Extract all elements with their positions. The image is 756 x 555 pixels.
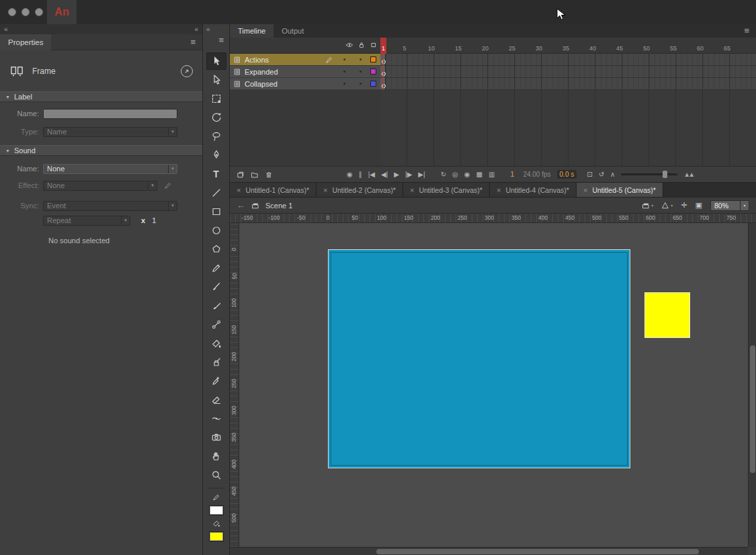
ink-bottle-tool[interactable] (206, 353, 226, 371)
label-name-input[interactable] (43, 109, 177, 119)
layer-lock-dot[interactable]: • (354, 56, 367, 63)
step-back-button[interactable]: ◀| (381, 171, 388, 178)
collapse-button[interactable]: ∧ (610, 171, 615, 178)
collapse-panel-icon[interactable]: « (194, 26, 198, 33)
close-tab-icon[interactable]: × (583, 186, 587, 194)
edit-scene-button[interactable]: ▾ (642, 202, 653, 210)
layer-visibility-dot[interactable]: • (338, 68, 351, 75)
tab-untitled-5[interactable]: × Untitled-5 (Canvas)* (577, 183, 663, 197)
panel-menu-icon[interactable]: ≡ (744, 24, 756, 38)
fill-color-swatch[interactable] (209, 531, 224, 542)
layer-visibility-dot[interactable]: • (338, 80, 351, 87)
center-stage-button[interactable]: ✛ (681, 201, 687, 210)
sound-repeat-dropdown[interactable]: Repeat ▼ (43, 216, 130, 226)
snap-button[interactable]: ⊡ (587, 171, 592, 178)
layer-lock-dot[interactable]: • (354, 68, 367, 75)
label-type-dropdown[interactable]: Name ▼ (43, 127, 177, 137)
lock-icon[interactable] (358, 41, 366, 49)
subselection-tool[interactable] (206, 71, 226, 89)
onion-skin-outlines-button[interactable]: ◉ (464, 171, 470, 178)
layer-row-expanded[interactable]: Expanded • • (230, 66, 380, 78)
timeline-zoom-slider[interactable] (621, 173, 677, 175)
new-layer-button[interactable] (237, 171, 245, 179)
playhead-marker[interactable]: 1 (380, 38, 386, 54)
sound-name-dropdown[interactable]: None ▼ (43, 164, 177, 174)
layer-row-actions[interactable]: Actions • • (230, 54, 380, 66)
show-hide-eye-icon[interactable] (345, 41, 353, 49)
selection-tool[interactable] (206, 52, 226, 70)
slider-thumb[interactable] (663, 171, 667, 178)
collapse-panel-icon[interactable]: « (206, 26, 210, 33)
swap-symbol-button[interactable]: ➔ (181, 65, 193, 77)
vertical-scrollbar[interactable] (748, 223, 756, 547)
reset-timer-button[interactable]: ↺ (599, 171, 604, 178)
label-section-header[interactable]: ▼ Label (0, 91, 202, 102)
frame-grid[interactable] (380, 54, 756, 166)
tab-untitled-1[interactable]: × Untitled-1 (Canvas)* (230, 183, 317, 197)
close-tab-icon[interactable]: × (410, 186, 414, 194)
close-tab-icon[interactable]: × (237, 186, 241, 194)
sound-effect-dropdown[interactable]: None ▼ (43, 181, 157, 191)
edit-multiple-frames-button[interactable]: ▩ (476, 171, 482, 178)
close-tab-icon[interactable]: × (323, 186, 327, 194)
loop-range-button[interactable]: ↻ (441, 171, 446, 178)
layer-row-collapsed[interactable]: Collapsed • • (230, 78, 380, 90)
edit-effect-pencil-icon[interactable] (164, 181, 172, 189)
pencil-tool[interactable] (206, 259, 226, 277)
layer-outline-color-chip[interactable] (370, 81, 376, 87)
stage-zoom-dropdown[interactable]: 80% ▾ (710, 200, 749, 211)
tab-untitled-2[interactable]: × Untitled-2 (Canvas)* (317, 183, 403, 197)
panel-menu-icon[interactable]: ≡ (218, 35, 224, 45)
vertical-scrollbar-thumb[interactable] (750, 345, 755, 473)
eraser-tool[interactable] (206, 391, 226, 409)
camera-tool[interactable] (206, 429, 226, 446)
play-button[interactable]: ▶ (394, 171, 399, 178)
layer-outline-color-chip[interactable] (370, 56, 376, 62)
panel-menu-icon[interactable]: ≡ (190, 37, 202, 47)
width-tool[interactable] (206, 410, 226, 427)
clip-content-button[interactable]: ▣ (696, 201, 702, 210)
layer-outline-color-chip[interactable] (370, 69, 376, 75)
stroke-color-swatch[interactable] (209, 505, 224, 515)
back-arrow-icon[interactable]: ← (237, 200, 245, 210)
step-forward-button[interactable]: |▶ (405, 171, 412, 178)
stage-pasteboard[interactable] (239, 223, 748, 547)
tab-untitled-3[interactable]: × Untitled-3 (Canvas)* (403, 183, 490, 197)
hand-tool[interactable] (206, 447, 226, 465)
paint-brush-tool[interactable] (206, 297, 226, 314)
go-to-first-frame-button[interactable]: |◀ (368, 171, 375, 178)
paint-bucket-tool[interactable] (206, 335, 226, 352)
lasso-tool[interactable] (206, 128, 226, 145)
repeat-times-value[interactable]: 1 (152, 216, 156, 224)
text-tool[interactable]: T (206, 165, 226, 183)
polystar-tool[interactable] (206, 241, 226, 258)
eyedropper-tool[interactable] (206, 372, 226, 390)
stage-canvas[interactable] (328, 249, 630, 468)
minimize-window-button[interactable] (22, 8, 30, 16)
horizontal-scrollbar[interactable] (230, 547, 748, 555)
close-tab-icon[interactable]: × (497, 186, 501, 194)
bone-tool[interactable] (206, 316, 226, 333)
fill-color-control[interactable] (206, 517, 226, 529)
stroke-color-control[interactable] (206, 491, 226, 503)
rectangle-shape[interactable] (644, 292, 690, 338)
horizontal-scrollbar-thumb[interactable] (376, 549, 699, 554)
center-frame-button[interactable]: ◉ (347, 171, 353, 178)
pen-tool[interactable] (206, 146, 226, 164)
free-transform-tool[interactable] (206, 90, 226, 108)
new-folder-button[interactable] (251, 171, 259, 179)
oval-tool[interactable] (206, 222, 226, 239)
outline-mode-icon[interactable] (370, 41, 378, 49)
go-to-last-frame-button[interactable]: ▶| (418, 171, 425, 178)
onion-skin-button[interactable]: ◎ (452, 171, 458, 178)
rectangle-tool[interactable] (206, 203, 226, 220)
modify-markers-button[interactable]: ▥ (489, 171, 495, 178)
edit-symbols-button[interactable]: ▾ (661, 202, 673, 210)
3d-rotation-tool[interactable] (206, 109, 226, 126)
brush-tool[interactable] (206, 278, 226, 296)
collapse-panel-icon[interactable]: « (4, 26, 8, 33)
tab-output[interactable]: Output (274, 24, 312, 38)
tab-timeline[interactable]: Timeline (230, 24, 274, 38)
tab-properties[interactable]: Properties (0, 34, 51, 50)
frame-rate-indicator[interactable]: 24.00 fps (523, 171, 550, 178)
